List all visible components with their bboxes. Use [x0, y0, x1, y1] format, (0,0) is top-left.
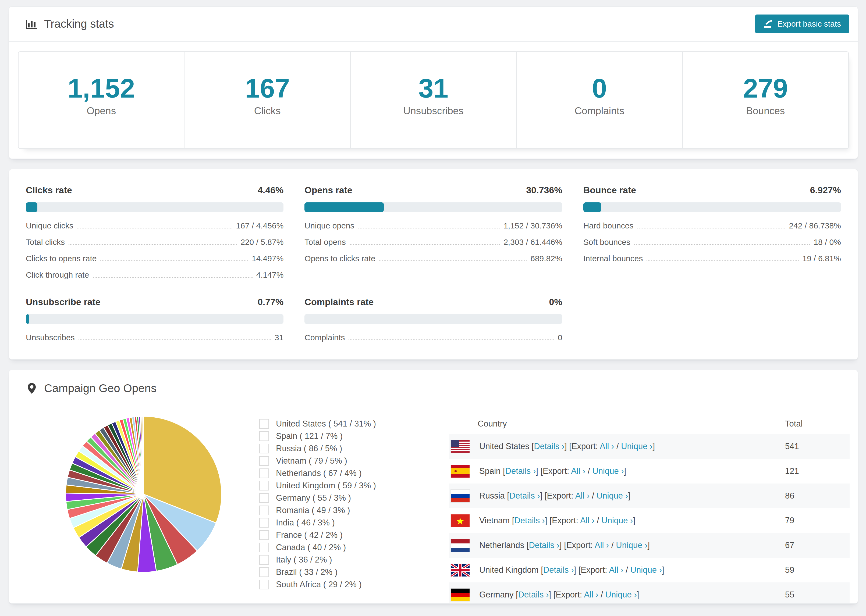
country-cell: Russia [Details ›] [Export: All › / Uniq…	[479, 491, 785, 501]
flag-icon-es	[451, 465, 469, 478]
legend-item-canada[interactable]: Canada ( 40 / 2% )	[259, 543, 410, 552]
export-all-link[interactable]: All ›	[584, 590, 598, 599]
legend-item-romania[interactable]: Romania ( 49 / 3% )	[259, 506, 410, 515]
rate-stat-label: Total clicks	[26, 237, 65, 247]
rate-stat-value: 4.147%	[256, 270, 284, 280]
legend-item-russia[interactable]: Russia ( 86 / 5% )	[259, 444, 410, 453]
dotted-leader	[358, 228, 500, 228]
rate-panel-title-row: Clicks rate4.46%	[26, 185, 283, 195]
export-prefix: ] [Export:	[536, 466, 571, 476]
export-all-link[interactable]: All ›	[595, 541, 609, 550]
rate-stat-value: 31	[275, 333, 283, 342]
export-prefix: ] [Export:	[545, 516, 580, 525]
rate-panel-complaints-rate: Complaints rate0%Complaints0	[304, 297, 562, 342]
progress-bar-fill	[26, 314, 29, 324]
progress-bar	[26, 314, 283, 324]
closing-bracket: ]	[624, 466, 627, 476]
rate-stat-label: Unique opens	[304, 221, 354, 230]
rate-stat-row: Opens to clicks rate689.82%	[304, 254, 562, 263]
details-link[interactable]: Details ›	[529, 541, 559, 550]
map-pin-icon	[26, 382, 38, 394]
legend-item-brazil[interactable]: Brazil ( 33 / 2% )	[259, 567, 410, 577]
export-unique-link[interactable]: Unique ›	[592, 466, 624, 476]
dotted-leader	[379, 261, 527, 261]
rate-stat-value: 0	[558, 333, 562, 342]
rate-stat-value: 1,152 / 30.736%	[504, 221, 562, 230]
rate-stat-label: Opens to clicks rate	[304, 254, 375, 263]
closing-bracket: ]	[662, 565, 664, 575]
column-header-total: Total	[785, 419, 850, 429]
legend-color-swatch	[259, 431, 269, 441]
rate-panel-clicks-rate: Clicks rate4.46%Unique clicks167 / 4.456…	[26, 185, 283, 280]
details-link[interactable]: Details ›	[518, 590, 549, 599]
legend-color-swatch	[259, 518, 269, 528]
legend-color-swatch	[259, 580, 269, 589]
export-unique-link[interactable]: Unique ›	[601, 516, 633, 525]
geo-section-title: Campaign Geo Opens	[44, 382, 156, 395]
rate-panel-title-row: Unsubscribe rate0.77%	[26, 297, 283, 307]
details-link[interactable]: Details ›	[534, 442, 565, 451]
rate-panel-title: Opens rate	[304, 185, 352, 195]
export-all-link[interactable]: All ›	[575, 491, 589, 500]
summary-cell-opens: 1,152Opens	[19, 52, 184, 148]
progress-bar	[304, 314, 562, 324]
export-all-link[interactable]: All ›	[571, 466, 585, 476]
tracking-stats-header: Tracking stats Export basic stats	[9, 7, 858, 42]
rate-panel-title: Bounce rate	[583, 185, 636, 195]
legend-item-vietnam[interactable]: Vietnam ( 79 / 5% )	[259, 456, 410, 466]
export-all-link[interactable]: All ›	[600, 442, 614, 451]
rate-panel-title: Clicks rate	[26, 185, 72, 195]
legend-label: United States ( 541 / 31% )	[276, 419, 376, 429]
rate-stat-label: Clicks to opens rate	[26, 254, 96, 263]
rate-stat-label: Internal bounces	[583, 254, 643, 263]
export-all-link[interactable]: All ›	[580, 516, 594, 525]
export-basic-stats-button[interactable]: Export basic stats	[755, 14, 849, 33]
rate-stat-row: Total opens2,303 / 61.446%	[304, 237, 562, 247]
table-row-de: Germany [Details ›] [Export: All › / Uni…	[449, 582, 850, 603]
legend-item-france[interactable]: France ( 42 / 2% )	[259, 530, 410, 540]
legend-item-united-kingdom[interactable]: United Kingdom ( 59 / 3% )	[259, 481, 410, 490]
total-cell: 67	[785, 541, 850, 550]
closing-bracket: ]	[633, 516, 635, 525]
export-prefix: ] [Export:	[549, 590, 584, 599]
export-unique-link[interactable]: Unique ›	[630, 565, 662, 575]
export-icon	[763, 19, 772, 28]
details-link[interactable]: Details ›	[505, 466, 536, 476]
legend-label: Germany ( 55 / 3% )	[276, 493, 351, 503]
rate-stat-label: Hard bounces	[583, 221, 634, 230]
country-cell: Spain [Details ›] [Export: All › / Uniqu…	[479, 466, 785, 476]
legend-item-netherlands[interactable]: Netherlands ( 67 / 4% )	[259, 468, 410, 478]
flag-icon-ru	[451, 490, 469, 502]
summary-cell-bounces: 279Bounces	[682, 52, 848, 148]
legend-item-united-states[interactable]: United States ( 541 / 31% )	[259, 419, 410, 429]
export-prefix: ] [Export:	[574, 565, 609, 575]
legend-label: Vietnam ( 79 / 5% )	[276, 456, 347, 466]
summary-value: 1,152	[19, 75, 184, 102]
total-cell: 541	[785, 442, 850, 451]
rate-stat-value: 18 / 0%	[814, 237, 841, 247]
legend-item-italy[interactable]: Italy ( 36 / 2% )	[259, 555, 410, 565]
legend-item-india[interactable]: India ( 46 / 3% )	[259, 518, 410, 528]
legend-item-germany[interactable]: Germany ( 55 / 3% )	[259, 493, 410, 503]
details-link[interactable]: Details ›	[514, 516, 545, 525]
slash-separator: /	[589, 491, 597, 500]
tracking-stats-card: Tracking stats Export basic stats 1,152O…	[9, 6, 858, 159]
details-link[interactable]: Details ›	[543, 565, 574, 575]
dotted-leader	[637, 228, 785, 228]
summary-cell-clicks: 167Clicks	[184, 52, 350, 148]
rate-stat-label: Unsubscribes	[26, 333, 75, 342]
rate-stat-row: Total clicks220 / 5.87%	[26, 237, 283, 247]
export-prefix: ] [Export:	[565, 442, 600, 451]
export-unique-link[interactable]: Unique ›	[597, 491, 628, 500]
legend-item-south-africa[interactable]: South Africa ( 29 / 2% )	[259, 580, 410, 589]
slash-separator: /	[609, 541, 616, 550]
country-cell: Vietnam [Details ›] [Export: All › / Uni…	[479, 516, 785, 525]
legend-color-swatch	[259, 555, 269, 565]
export-unique-link[interactable]: Unique ›	[605, 590, 637, 599]
details-link[interactable]: Details ›	[509, 491, 540, 500]
export-unique-link[interactable]: Unique ›	[621, 442, 652, 451]
rate-stat-row: Click through rate4.147%	[26, 270, 283, 280]
export-all-link[interactable]: All ›	[609, 565, 623, 575]
export-unique-link[interactable]: Unique ›	[616, 541, 647, 550]
legend-item-spain[interactable]: Spain ( 121 / 7% )	[259, 431, 410, 441]
